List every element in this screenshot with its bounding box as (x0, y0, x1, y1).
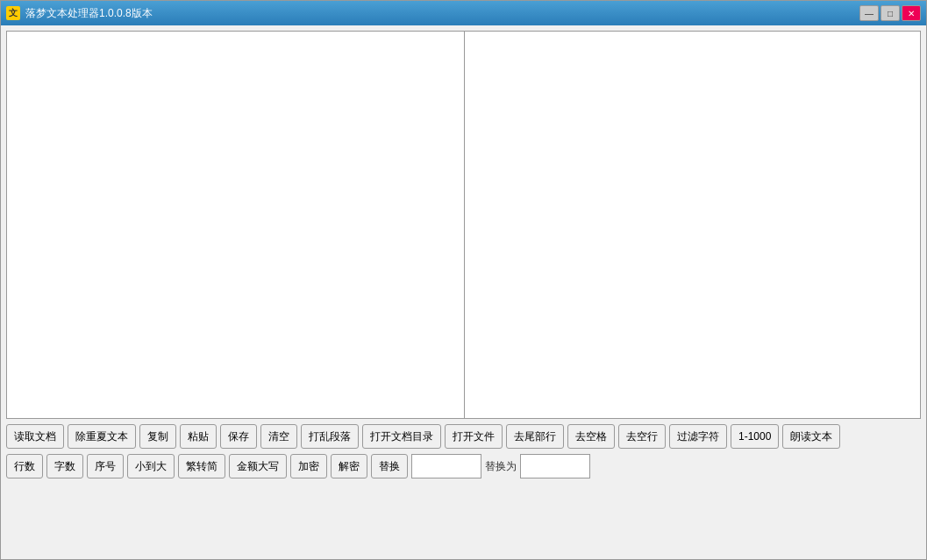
main-content: 读取文档 除重夏文本 复制 粘贴 保存 清空 打乱段落 打开文档目录 打开文件 … (1, 25, 926, 559)
paste-button[interactable]: 粘贴 (180, 424, 217, 449)
open-file-button[interactable]: 打开文件 (445, 424, 503, 449)
button-row-1: 读取文档 除重夏文本 复制 粘贴 保存 清空 打乱段落 打开文档目录 打开文件 … (6, 424, 921, 449)
close-button[interactable]: ✕ (902, 5, 921, 21)
window-controls: — □ ✕ (859, 5, 921, 21)
main-window: 文 落梦文本处理器1.0.0.8版本 — □ ✕ 读取文档 除重夏文本 复制 粘… (0, 0, 927, 560)
open-dir-button[interactable]: 打开文档目录 (362, 424, 441, 449)
right-textarea[interactable] (464, 31, 922, 419)
line-count-button[interactable]: 行数 (6, 454, 43, 478)
replace-from-input[interactable] (411, 454, 481, 478)
right-textarea-wrapper (464, 31, 922, 419)
restore-button[interactable]: □ (881, 5, 900, 21)
remove-dup-button[interactable]: 除重夏文本 (68, 424, 136, 449)
encrypt-button[interactable]: 加密 (290, 454, 327, 478)
trad-to-simp-button[interactable]: 繁转简 (178, 454, 225, 478)
decrypt-button[interactable]: 解密 (331, 454, 367, 478)
range-1000-button[interactable]: 1-1000 (731, 424, 779, 449)
seq-num-button[interactable]: 序号 (87, 454, 124, 478)
filter-char-button[interactable]: 过滤字符 (669, 424, 727, 449)
shuffle-button[interactable]: 打乱段落 (301, 424, 359, 449)
remove-blank-line-button[interactable]: 去空行 (618, 424, 666, 449)
replace-to-label: 替换为 (485, 459, 517, 474)
title-bar: 文 落梦文本处理器1.0.0.8版本 — □ ✕ (1, 1, 926, 25)
minimize-button[interactable]: — (859, 5, 879, 21)
amount-upper-button[interactable]: 金额大写 (229, 454, 287, 478)
replace-button[interactable]: 替换 (371, 454, 408, 478)
read-text-button[interactable]: 朗读文本 (782, 424, 840, 449)
bottom-area (6, 484, 921, 554)
small-to-large-button[interactable]: 小到大 (127, 454, 175, 478)
remove-last-line-button[interactable]: 去尾部行 (506, 424, 564, 449)
copy-button[interactable]: 复制 (139, 424, 176, 449)
remove-space-button[interactable]: 去空格 (567, 424, 615, 449)
left-textarea-wrapper (6, 31, 464, 419)
save-button[interactable]: 保存 (220, 424, 257, 449)
word-count-button[interactable]: 字数 (46, 454, 83, 478)
left-textarea[interactable] (6, 31, 464, 419)
read-doc-button[interactable]: 读取文档 (6, 424, 64, 449)
title-bar-left: 文 落梦文本处理器1.0.0.8版本 (6, 6, 153, 21)
app-icon: 文 (6, 6, 20, 20)
clear-button[interactable]: 清空 (260, 424, 297, 449)
button-row-2: 行数 字数 序号 小到大 繁转简 金额大写 加密 解密 替换 替换为 (6, 454, 921, 478)
window-title: 落梦文本处理器1.0.0.8版本 (25, 6, 153, 21)
replace-to-input[interactable] (520, 454, 590, 478)
text-area-row (6, 31, 921, 419)
